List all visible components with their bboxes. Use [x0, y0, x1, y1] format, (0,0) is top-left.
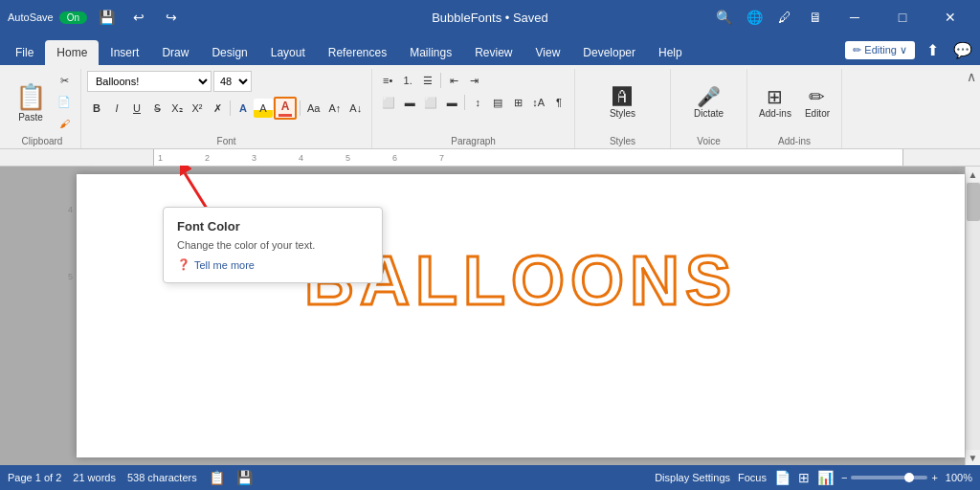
clipboard-group: 📋 Paste ✂ 📄 🖌 Clipboard [4, 69, 81, 148]
sep4 [464, 95, 465, 110]
editing-button[interactable]: ✏ Editing ∨ [845, 41, 915, 59]
title-bar-left: AutoSave On 💾 ↩ ↪ [8, 4, 329, 31]
paste-button[interactable]: 📋 Paste [10, 74, 52, 131]
subscript-button[interactable]: X₂ [167, 99, 187, 118]
scrollbar-vertical[interactable]: ▲ ▼ [965, 167, 980, 465]
tab-view[interactable]: View [524, 40, 572, 65]
addins-button[interactable]: ⊞ Add-ins [753, 74, 797, 131]
underline-button[interactable]: U [127, 99, 146, 118]
close-btn[interactable]: ✕ [928, 0, 972, 34]
italic-button[interactable]: I [107, 99, 126, 118]
font-format-row: B I U S̶ X₂ X² ✗ A A A Aa A↑ A↓ [87, 97, 366, 120]
zoom-out-button[interactable]: − [841, 472, 847, 483]
cloud-btn[interactable]: 🌐 [741, 4, 768, 31]
align-center-button[interactable]: ▬ [400, 93, 419, 112]
tab-developer[interactable]: Developer [571, 40, 647, 65]
tab-references[interactable]: References [317, 40, 398, 65]
view-icon2[interactable]: 📊 [817, 470, 834, 485]
tooltip-title: Font Color [177, 219, 368, 234]
tab-design[interactable]: Design [200, 40, 258, 65]
collapse-ribbon-button[interactable]: ∧ [967, 69, 976, 84]
grow-font-button[interactable]: A↑ [324, 99, 345, 118]
font-group: Balloons! 48 B I U S̶ X₂ X² ✗ A A A [81, 69, 372, 148]
autosave-toggle[interactable]: On [59, 11, 87, 24]
title-text: BubbleFonts • Saved [432, 11, 548, 25]
clear-format-button[interactable]: ✗ [208, 99, 227, 118]
bold-button[interactable]: B [87, 99, 106, 118]
voice-group: 🎤 Dictate Voice [671, 69, 747, 148]
track-changes-icon[interactable]: 📋 [209, 470, 225, 485]
scroll-down-button[interactable]: ▼ [966, 450, 981, 465]
window-title: BubbleFonts • Saved [329, 11, 651, 25]
sort-button[interactable]: ↕A [528, 93, 548, 112]
styles-label: Styles [575, 136, 670, 146]
font-case-button[interactable]: Aa [303, 99, 323, 118]
autosave-state: On [67, 12, 79, 23]
tab-file[interactable]: File [4, 40, 45, 65]
scroll-track[interactable] [966, 182, 980, 450]
tooltip-link[interactable]: ❓ Tell me more [177, 258, 368, 271]
present-btn[interactable]: 🖥 [802, 4, 829, 31]
font-label: Font [81, 136, 371, 146]
font-color-button[interactable]: A [274, 97, 297, 120]
superscript-button[interactable]: X² [188, 99, 207, 118]
layout-view-icon[interactable]: ⊞ [798, 470, 810, 485]
search-btn[interactable]: 🔍 [710, 4, 737, 31]
tab-insert[interactable]: Insert [99, 40, 150, 65]
save-icon[interactable]: 💾 [236, 470, 253, 485]
numbering-button[interactable]: 1. [398, 71, 417, 90]
decrease-indent-button[interactable]: ⇤ [444, 71, 463, 90]
zoom-thumb [904, 473, 914, 482]
styles-group: 🅰 Styles Styles [575, 69, 671, 148]
minimize-btn[interactable]: ─ [833, 0, 877, 34]
editor-button[interactable]: ✏ Editor [799, 74, 835, 131]
pilcrow-button[interactable]: ¶ [549, 93, 568, 112]
font-size-select[interactable]: 48 [213, 71, 252, 92]
styles-button[interactable]: 🅰 Styles [604, 74, 641, 131]
tab-home[interactable]: Home [45, 40, 99, 65]
maximize-btn[interactable]: □ [880, 0, 924, 34]
line-spacing-button[interactable]: ↕ [468, 93, 487, 112]
scroll-up-button[interactable]: ▲ [966, 167, 981, 182]
display-settings-button[interactable]: Display Settings [655, 472, 730, 483]
text-highlight-button[interactable]: A [254, 99, 273, 118]
redo-btn[interactable]: ↪ [158, 4, 185, 31]
cut-button[interactable]: ✂ [54, 72, 75, 91]
undo-btn[interactable]: ↩ [125, 4, 152, 31]
zoom-slider[interactable] [851, 476, 927, 479]
tab-draw[interactable]: Draw [150, 40, 200, 65]
multilevel-button[interactable]: ☰ [418, 71, 437, 90]
shading-button[interactable]: ▤ [488, 93, 507, 112]
justify-button[interactable]: ▬ [442, 93, 461, 112]
comments-btn[interactable]: 💬 [949, 36, 976, 63]
addins-group: ⊞ Add-ins ✏ Editor Add-ins [747, 69, 842, 148]
pen-btn[interactable]: 🖊 [771, 4, 798, 31]
tab-review[interactable]: Review [463, 40, 523, 65]
scroll-thumb[interactable] [967, 183, 980, 221]
tooltip-link-text: Tell me more [194, 259, 255, 271]
tab-mailings[interactable]: Mailings [398, 40, 463, 65]
font-name-select[interactable]: Balloons! [87, 71, 212, 92]
strikethrough-button[interactable]: S̶ [147, 99, 167, 118]
save-btn[interactable]: 💾 [93, 4, 120, 31]
format-painter-button[interactable]: 🖌 [54, 114, 75, 133]
zoom-level[interactable]: 100% [946, 472, 972, 483]
copy-button[interactable]: 📄 [54, 93, 75, 112]
share-btn[interactable]: ⬆ [919, 36, 946, 63]
page-view-icon[interactable]: 📄 [774, 470, 791, 485]
borders-button[interactable]: ⊞ [508, 93, 527, 112]
tab-layout[interactable]: Layout [259, 40, 317, 65]
align-left-button[interactable]: ⬜ [378, 93, 399, 112]
dictate-button[interactable]: 🎤 Dictate [688, 74, 729, 131]
focus-button[interactable]: Focus [738, 472, 767, 483]
align-right-button[interactable]: ⬜ [420, 93, 441, 112]
voice-label: Voice [671, 136, 746, 146]
ribbon-tabs: File Home Insert Draw Design Layout Refe… [0, 34, 980, 65]
tab-help[interactable]: Help [647, 40, 694, 65]
bullets-button[interactable]: ≡• [378, 71, 397, 90]
shrink-font-button[interactable]: A↓ [345, 99, 366, 118]
text-effects-button[interactable]: A [234, 99, 253, 118]
zoom-in-button[interactable]: + [931, 472, 937, 483]
font-color-underline [278, 114, 292, 117]
increase-indent-button[interactable]: ⇥ [464, 71, 483, 90]
